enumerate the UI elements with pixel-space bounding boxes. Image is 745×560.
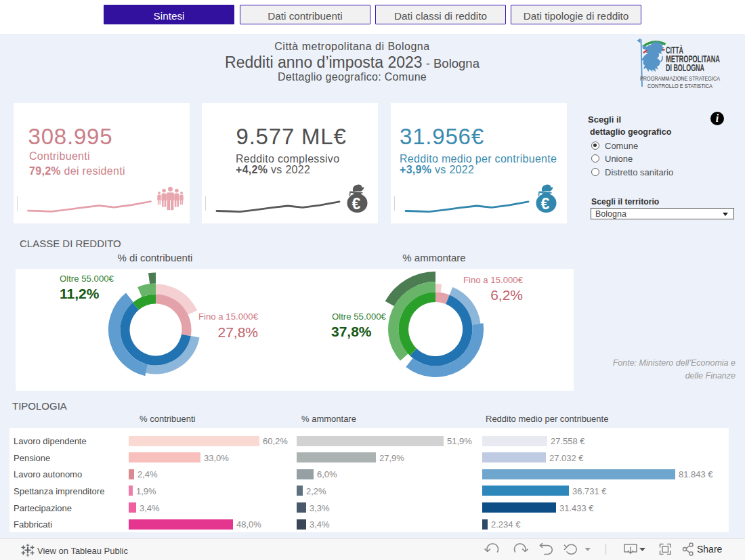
svg-text:DI BOLOGNA: DI BOLOGNA [666, 62, 704, 73]
svg-text:Share: Share [697, 544, 723, 555]
svg-text:€: € [541, 195, 550, 213]
svg-text:€: € [352, 195, 361, 213]
svg-text:PROGRAMMAZIONE STRATEGICA: PROGRAMMAZIONE STRATEGICA [640, 75, 720, 82]
svg-text:CONTROLLO E STATISTICA: CONTROLLO E STATISTICA [647, 83, 712, 89]
